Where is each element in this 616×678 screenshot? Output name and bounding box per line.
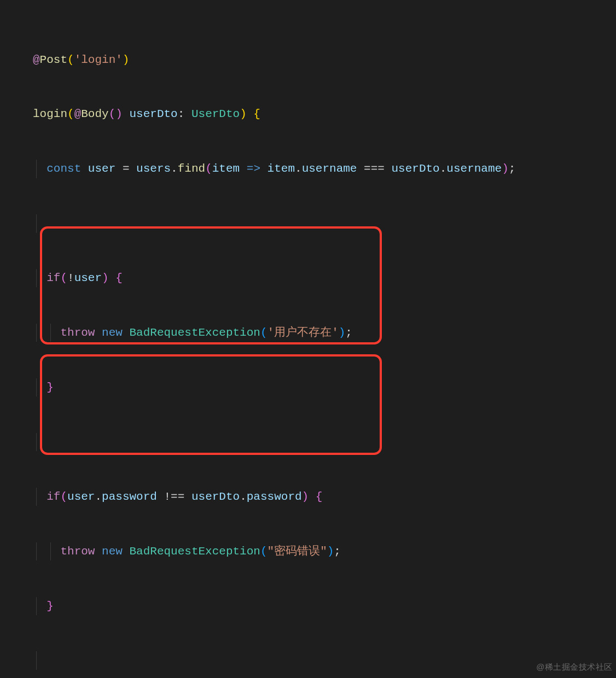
code-line: login(@Body() userDto: UserDto) { — [33, 105, 616, 123]
code-line: } — [33, 378, 616, 396]
code-line — [33, 433, 616, 451]
code-line — [33, 651, 616, 669]
code-line: } — [33, 597, 616, 615]
user-var: user — [88, 162, 115, 175]
route-string: 'login' — [74, 54, 123, 66]
decorator-at: @ — [33, 54, 40, 66]
method-name: login — [33, 108, 67, 120]
decorator-name: Post — [40, 54, 67, 66]
code-editor: @Post('login') login(@Body() userDto: Us… — [0, 0, 616, 678]
code-line: if(user.password !== userDto.password) { — [33, 488, 616, 506]
code-line: throw new BadRequestException("密码错误"); — [33, 542, 616, 560]
param-type: UserDto — [191, 108, 240, 120]
error-string: '用户不存在' — [268, 326, 339, 339]
exception-class: BadRequestException — [129, 326, 260, 339]
code-line: if(!user) { — [33, 269, 616, 287]
watermark: @稀土掘金技术社区 — [536, 658, 613, 676]
param-name: userDto — [129, 108, 177, 120]
error-string: "密码错误" — [268, 545, 327, 558]
code-line: @Post('login') — [33, 51, 616, 69]
code-line — [33, 214, 616, 232]
code-line: throw new BadRequestException('用户不存在'); — [33, 324, 616, 342]
code-line: const user = users.find(item => item.use… — [33, 160, 616, 178]
